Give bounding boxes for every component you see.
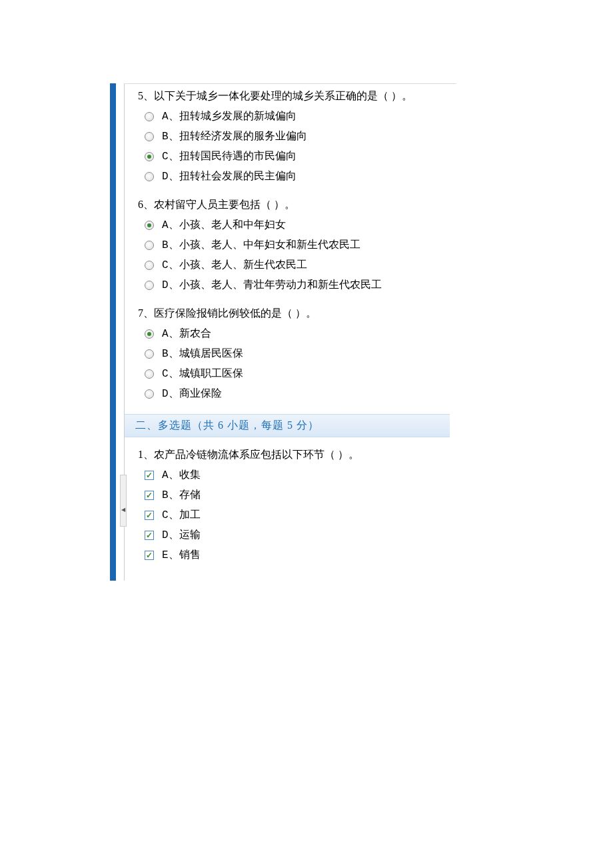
option-b[interactable]: B、小孩、老人、中年妇女和新生代农民工: [145, 237, 450, 253]
content-frame: 5、以下关于城乡一体化要处理的城乡关系正确的是（ ）。 A、扭转城乡发展的新城偏…: [110, 83, 456, 581]
checkbox-icon[interactable]: [145, 531, 154, 540]
radio-icon[interactable]: [145, 152, 154, 161]
option-c[interactable]: C、加工: [145, 507, 450, 523]
option-a[interactable]: A、新农合: [145, 326, 450, 342]
question-number: 5、: [138, 90, 154, 101]
option-label: B、城镇居民医保: [162, 346, 243, 362]
question-6: 6、农村留守人员主要包括（ ）。 A、小孩、老人和中年妇女 B、小孩、老人、中年…: [138, 197, 450, 293]
option-label: A、收集: [162, 467, 201, 483]
question-stem: 农产品冷链物流体系应包括以下环节（ ）。: [154, 449, 359, 460]
question-stem: 医疗保险报销比例较低的是（ ）。: [154, 307, 316, 319]
option-label: C、扭转国民待遇的市民偏向: [162, 149, 297, 165]
question-number: 1、: [138, 449, 154, 460]
vertical-scroll-track[interactable]: [120, 475, 127, 527]
option-label: B、扭转经济发展的服务业偏向: [162, 129, 307, 145]
question-text: 6、农村留守人员主要包括（ ）。: [138, 197, 450, 213]
option-d[interactable]: D、运输: [145, 527, 450, 543]
radio-icon[interactable]: [145, 369, 154, 379]
question-text: 1、农产品冷链物流体系应包括以下环节（ ）。: [138, 447, 450, 463]
option-a[interactable]: A、小孩、老人和中年妇女: [145, 217, 450, 233]
radio-icon[interactable]: [145, 349, 154, 359]
option-label: A、新农合: [162, 326, 211, 342]
option-label: A、扭转城乡发展的新城偏向: [162, 109, 297, 125]
section-2-title: 二、多选题（共 6 小题，每题 5 分）: [125, 414, 450, 437]
content-inner: 5、以下关于城乡一体化要处理的城乡关系正确的是（ ）。 A、扭转城乡发展的新城偏…: [124, 83, 456, 581]
option-d[interactable]: D、小孩、老人、青壮年劳动力和新生代农民工: [145, 277, 450, 293]
option-label: D、运输: [162, 527, 201, 543]
question-stem: 以下关于城乡一体化要处理的城乡关系正确的是（ ）。: [154, 90, 412, 101]
checkbox-icon[interactable]: [145, 551, 154, 560]
option-a[interactable]: A、收集: [145, 467, 450, 483]
radio-icon[interactable]: [145, 221, 154, 230]
checkbox-icon[interactable]: [145, 511, 154, 520]
question-7: 7、医疗保险报销比例较低的是（ ）。 A、新农合 B、城镇居民医保 C、城镇职工…: [138, 305, 450, 402]
option-b[interactable]: B、城镇居民医保: [145, 346, 450, 362]
question-text: 7、医疗保险报销比例较低的是（ ）。: [138, 305, 450, 321]
option-d[interactable]: D、商业保险: [145, 386, 450, 402]
question-number: 7、: [138, 307, 154, 319]
radio-icon[interactable]: [145, 261, 154, 270]
option-a[interactable]: A、扭转城乡发展的新城偏向: [145, 109, 450, 125]
radio-icon[interactable]: [145, 132, 154, 141]
radio-icon[interactable]: [145, 389, 154, 399]
radio-icon[interactable]: [145, 241, 154, 250]
option-b[interactable]: B、存储: [145, 487, 450, 503]
question-5: 5、以下关于城乡一体化要处理的城乡关系正确的是（ ）。 A、扭转城乡发展的新城偏…: [138, 88, 450, 185]
multi-question-1: 1、农产品冷链物流体系应包括以下环节（ ）。 A、收集 B、存储 C、加工 D、…: [138, 447, 450, 563]
radio-icon[interactable]: [145, 281, 154, 290]
option-label: C、小孩、老人、新生代农民工: [162, 257, 307, 273]
question-number: 6、: [138, 199, 154, 210]
checkbox-icon[interactable]: [145, 471, 154, 480]
option-label: E、销售: [162, 547, 201, 563]
option-label: B、存储: [162, 487, 201, 503]
radio-icon[interactable]: [145, 112, 154, 121]
option-b[interactable]: B、扭转经济发展的服务业偏向: [145, 129, 450, 145]
scroll-left-arrow-icon[interactable]: ◀: [120, 504, 127, 515]
option-c[interactable]: C、城镇职工医保: [145, 366, 450, 382]
option-label: D、商业保险: [162, 386, 222, 402]
option-e[interactable]: E、销售: [145, 547, 450, 563]
option-label: A、小孩、老人和中年妇女: [162, 217, 286, 233]
option-c[interactable]: C、扭转国民待遇的市民偏向: [145, 149, 450, 165]
option-d[interactable]: D、扭转社会发展的民主偏向: [145, 169, 450, 185]
question-text: 5、以下关于城乡一体化要处理的城乡关系正确的是（ ）。: [138, 88, 450, 104]
radio-icon[interactable]: [145, 172, 154, 181]
option-label: C、城镇职工医保: [162, 366, 243, 382]
option-label: C、加工: [162, 507, 201, 523]
radio-icon[interactable]: [145, 329, 154, 339]
checkbox-icon[interactable]: [145, 491, 154, 500]
question-stem: 农村留守人员主要包括（ ）。: [154, 199, 295, 210]
option-label: D、小孩、老人、青壮年劳动力和新生代农民工: [162, 277, 382, 293]
option-label: D、扭转社会发展的民主偏向: [162, 169, 297, 185]
page-wrapper: ◀ 5、以下关于城乡一体化要处理的城乡关系正确的是（ ）。 A、扭转城乡发展的新…: [0, 0, 613, 581]
option-c[interactable]: C、小孩、老人、新生代农民工: [145, 257, 450, 273]
option-label: B、小孩、老人、中年妇女和新生代农民工: [162, 237, 360, 253]
